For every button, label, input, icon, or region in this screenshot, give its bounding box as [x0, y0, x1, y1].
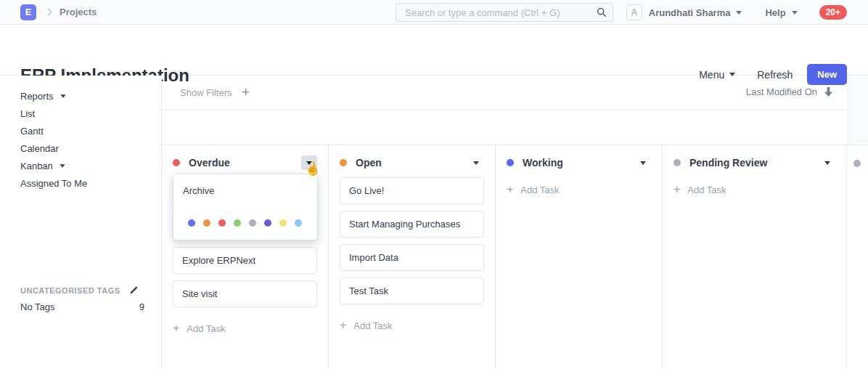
chevron-down-icon — [60, 94, 65, 98]
filter-bar: Show Filters + Last Modified On — [162, 76, 847, 110]
status-dot — [853, 160, 861, 167]
sidebar: Reports List Gantt Calendar Kanban Assig… — [0, 76, 161, 369]
kanban-card[interactable]: Explore ERPNext — [173, 247, 317, 274]
color-option[interactable] — [279, 219, 287, 227]
column-menu-button[interactable] — [473, 161, 479, 165]
avatar[interactable]: A — [626, 4, 642, 20]
tag-count: 9 — [139, 301, 144, 312]
color-option[interactable] — [249, 219, 256, 227]
sidebar-item-kanban[interactable]: Kanban — [20, 157, 161, 174]
user-menu[interactable]: Arundhati Sharma — [649, 7, 731, 18]
status-dot — [340, 159, 347, 166]
chevron-down-icon — [306, 161, 312, 165]
add-task-label: Add Task — [353, 320, 392, 331]
search-icon — [597, 7, 607, 20]
add-task-button[interactable]: + Add Task — [173, 322, 317, 335]
sidebar-item-label: Calendar — [20, 143, 59, 154]
notification-badge[interactable]: 20+ — [819, 5, 847, 20]
sidebar-item-label: Reports — [20, 91, 54, 102]
add-task-label: Add Task — [520, 184, 559, 195]
column-dropdown-menu: Archive — [173, 174, 318, 240]
global-search — [396, 3, 613, 22]
color-option[interactable] — [264, 219, 271, 227]
tags-section-title: UNCATEGORISED TAGS — [20, 286, 138, 295]
search-input[interactable] — [396, 3, 613, 22]
plus-icon: + — [507, 183, 513, 196]
color-option[interactable] — [218, 219, 226, 227]
menu-item-archive[interactable]: Archive — [183, 185, 214, 196]
sidebar-item-label: Assigned To Me — [20, 178, 87, 189]
erpnext-app: E Projects A Arundhati Sharma Help 20+ — [0, 0, 868, 369]
sidebar-item-label: Kanban — [20, 161, 53, 171]
kanban-board: Overdue Explore ERPNext Site visit + Add… — [162, 145, 868, 369]
tag-label: No Tags — [20, 301, 54, 312]
column-title: Open — [356, 157, 382, 169]
status-dot — [173, 159, 180, 166]
kanban-column-overdue: Overdue Explore ERPNext Site visit + Add… — [162, 145, 329, 369]
add-task-label: Add Task — [687, 184, 726, 195]
status-dot — [507, 159, 514, 166]
column-header: Working — [507, 155, 651, 170]
column-header: Overdue — [173, 155, 317, 170]
add-task-label: Add Task — [187, 323, 225, 334]
page-header: ERP Implementation Menu Refresh New — [0, 25, 868, 76]
navbar-right: A Arundhati Sharma Help 20+ — [626, 0, 847, 25]
kanban-card[interactable]: Test Task — [340, 277, 484, 304]
divider — [848, 76, 848, 145]
sidebar-item-gantt[interactable]: Gantt — [20, 122, 161, 139]
column-header: Open — [340, 155, 484, 170]
kanban-column-open: Open Go Live! Start Managing Purchases I… — [329, 145, 496, 369]
breadcrumb-chevron-icon — [47, 8, 52, 16]
color-option[interactable] — [295, 219, 302, 227]
breadcrumb[interactable]: Projects — [60, 7, 97, 17]
kanban-card[interactable]: Site visit — [173, 280, 317, 307]
tag-filter-no-tags[interactable]: No Tags 9 — [20, 301, 144, 312]
content-right-strip — [848, 76, 868, 145]
color-option[interactable] — [203, 219, 210, 227]
sidebar-item-label: List — [20, 108, 35, 119]
show-filters-button[interactable]: Show Filters — [180, 87, 232, 98]
status-dot — [673, 159, 681, 166]
plus-icon: + — [340, 319, 346, 332]
sort-label: Last Modified On — [746, 86, 817, 97]
column-title: Overdue — [189, 157, 230, 169]
color-option[interactable] — [188, 219, 195, 227]
column-menu-button[interactable] — [640, 161, 646, 165]
color-option[interactable] — [234, 219, 241, 227]
card-list: Go Live! Start Managing Purchases Import… — [340, 177, 484, 304]
main-content: Show Filters + Last Modified On Overdue — [161, 76, 868, 369]
sidebar-item-reports[interactable]: Reports — [20, 87, 161, 105]
column-title: Working — [523, 157, 563, 169]
edit-pencil-icon[interactable] — [129, 286, 138, 295]
tags-title-label: UNCATEGORISED TAGS — [20, 286, 120, 295]
sidebar-item-list[interactable]: List — [20, 105, 161, 122]
column-menu-button[interactable] — [301, 155, 317, 170]
chevron-down-icon — [792, 11, 798, 15]
kanban-card[interactable]: Start Managing Purchases — [340, 211, 484, 238]
sort-descending-icon[interactable] — [824, 87, 832, 97]
help-label: Help — [765, 7, 785, 18]
add-task-button[interactable]: + Add Task — [507, 183, 651, 196]
kanban-card[interactable]: Go Live! — [340, 177, 484, 204]
add-filter-icon[interactable]: + — [242, 84, 250, 100]
kanban-column-partial — [847, 145, 868, 369]
kanban-column-pending-review: Pending Review + Add Task — [663, 145, 847, 369]
column-menu-button[interactable] — [824, 161, 830, 165]
help-menu[interactable]: Help — [765, 7, 797, 18]
column-header: Pending Review — [673, 155, 835, 170]
app-logo-icon[interactable]: E — [20, 4, 36, 20]
kanban-column-working: Working + Add Task — [496, 145, 663, 369]
add-task-button[interactable]: + Add Task — [673, 183, 835, 196]
column-title: Pending Review — [689, 157, 767, 169]
add-task-button[interactable]: + Add Task — [340, 319, 484, 332]
plus-icon: + — [173, 322, 179, 335]
sort-selector[interactable]: Last Modified On — [746, 86, 832, 97]
plus-icon: + — [673, 183, 680, 196]
sidebar-item-label: Gantt — [20, 126, 44, 137]
chevron-down-icon — [60, 164, 65, 168]
navbar: E Projects A Arundhati Sharma Help 20+ — [0, 0, 868, 25]
sidebar-item-assigned-to-me[interactable]: Assigned To Me — [20, 174, 161, 192]
kanban-card[interactable]: Import Data — [340, 244, 484, 271]
chevron-down-icon — [736, 11, 742, 15]
sidebar-item-calendar[interactable]: Calendar — [20, 139, 161, 157]
